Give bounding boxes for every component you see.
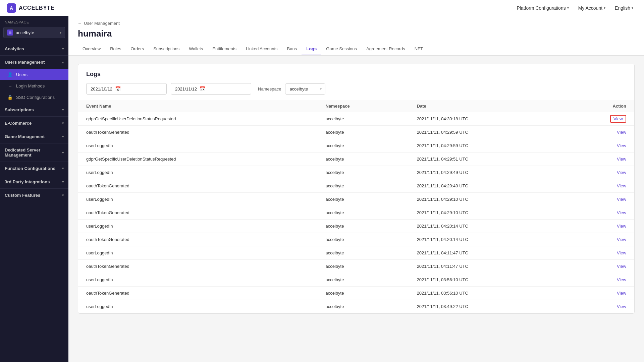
view-button[interactable]: View: [617, 183, 626, 188]
namespace-selector[interactable]: ⊞ accelbyte ▾: [3, 27, 65, 38]
table-row: oauthTokenGeneratedaccelbyte2021/11/11, …: [78, 233, 634, 246]
platform-configurations-menu[interactable]: Platform Configurations ▾: [513, 3, 573, 13]
sidebar-section-users-header[interactable]: Users Management ▴: [0, 56, 68, 69]
tab-entitlements[interactable]: Entitlements: [208, 43, 241, 55]
custom-features-header[interactable]: Custom Features ▾: [0, 189, 68, 202]
cell-action: View: [561, 166, 634, 179]
tabs: Overview Roles Orders Subscriptions Wall…: [78, 43, 635, 55]
calendar-from-icon: 📅: [115, 86, 121, 92]
view-button[interactable]: View: [617, 143, 626, 148]
my-account-menu[interactable]: My Account ▾: [574, 3, 609, 13]
cell-event-name: userLoggedIn: [78, 220, 318, 233]
tab-orders[interactable]: Orders: [126, 43, 149, 55]
dedicated-server-chevron-icon: ▾: [62, 151, 64, 155]
tab-wallets[interactable]: Wallets: [184, 43, 208, 55]
tab-bans[interactable]: Bans: [282, 43, 302, 55]
view-button[interactable]: View: [610, 115, 626, 123]
sidebar-section-analytics-header[interactable]: Analytics ▾: [0, 42, 68, 55]
function-configurations-label: Function Configurations: [5, 166, 55, 171]
cell-namespace: accelbyte: [318, 112, 409, 126]
cell-action: View: [561, 233, 634, 246]
view-button[interactable]: View: [617, 224, 626, 229]
cell-action: View: [561, 260, 634, 273]
date-to-input[interactable]: 2021/11/12 📅: [171, 83, 251, 95]
cell-event-name: userLoggedIn: [78, 273, 318, 287]
view-button[interactable]: View: [617, 170, 626, 175]
cell-event-name: oauthTokenGenerated: [78, 206, 318, 220]
cell-event-name: oauthTokenGenerated: [78, 287, 318, 300]
brand-name: ACCELBYTE: [19, 5, 55, 11]
namespace-filter-dropdown[interactable]: accelbyte ▾: [285, 83, 325, 95]
view-button[interactable]: View: [617, 130, 626, 135]
ecommerce-header[interactable]: E-Commerce ▾: [0, 117, 68, 130]
3rd-party-header[interactable]: 3rd Party Integrations ▾: [0, 175, 68, 188]
cell-date: 2021/11/11, 03:56:10 UTC: [409, 287, 561, 300]
top-nav: A ACCELBYTE Platform Configurations ▾ My…: [0, 0, 644, 16]
tab-linked-accounts[interactable]: Linked Accounts: [241, 43, 282, 55]
users-management-chevron-icon: ▴: [62, 60, 64, 64]
subscriptions-label: Subscriptions: [5, 107, 34, 112]
3rd-party-chevron-icon: ▾: [62, 180, 64, 184]
cell-date: 2021/11/11, 03:56:10 UTC: [409, 273, 561, 287]
date-from-input[interactable]: 2021/10/12 📅: [86, 83, 167, 95]
table-row: gdprGetSpecificUserDeletionStatusRequest…: [78, 112, 634, 126]
brand-logo-icon: A: [7, 3, 16, 13]
tab-logs[interactable]: Logs: [302, 43, 321, 55]
calendar-to-icon: 📅: [200, 86, 205, 92]
tab-game-sessions[interactable]: Game Sessions: [321, 43, 362, 55]
cell-action: View: [561, 153, 634, 166]
dedicated-server-header[interactable]: Dedicated Server Management ▾: [0, 143, 68, 162]
cell-action: View: [561, 206, 634, 220]
view-button[interactable]: View: [617, 291, 626, 296]
cell-date: 2021/11/11, 04:29:59 UTC: [409, 126, 561, 139]
game-management-chevron-icon: ▾: [62, 135, 64, 138]
3rd-party-label: 3rd Party Integrations: [5, 179, 50, 184]
cell-date: 2021/11/11, 04:29:49 UTC: [409, 166, 561, 179]
subscriptions-header[interactable]: Subscriptions ▾: [0, 103, 68, 116]
page-title: humaira: [78, 28, 635, 39]
sidebar-item-login-methods[interactable]: → Login Methods: [0, 80, 68, 92]
function-configurations-header[interactable]: Function Configurations ▾: [0, 162, 68, 175]
cell-namespace: accelbyte: [318, 126, 409, 139]
cell-event-name: userLoggedIn: [78, 166, 318, 179]
game-management-header[interactable]: Game Management ▾: [0, 130, 68, 143]
sso-label: SSO Configurations: [16, 95, 55, 100]
namespace-filter-value: accelbyte: [289, 86, 308, 92]
tab-subscriptions[interactable]: Subscriptions: [149, 43, 184, 55]
view-button[interactable]: View: [617, 157, 626, 162]
view-button[interactable]: View: [617, 197, 626, 202]
view-button[interactable]: View: [617, 210, 626, 215]
tab-roles[interactable]: Roles: [105, 43, 126, 55]
language-chevron-icon: ▾: [632, 6, 633, 10]
sidebar-section-game-management: Game Management ▾: [0, 130, 68, 143]
tab-overview[interactable]: Overview: [78, 43, 105, 55]
cell-date: 2021/11/11, 04:20:14 UTC: [409, 233, 561, 246]
view-button[interactable]: View: [617, 304, 626, 309]
view-button[interactable]: View: [617, 277, 626, 282]
tab-agreement-records[interactable]: Agreement Records: [362, 43, 410, 55]
content-area: Logs 2021/10/12 📅 2021/11/12 📅 Namespace…: [68, 56, 644, 362]
view-button[interactable]: View: [617, 237, 626, 242]
logs-section-title: Logs: [78, 64, 634, 83]
table-row: userLoggedInaccelbyte2021/11/11, 04:11:4…: [78, 246, 634, 260]
my-account-chevron-icon: ▾: [604, 6, 605, 10]
sidebar-item-sso-configurations[interactable]: 🔒 SSO Configurations: [0, 92, 68, 103]
table-body: gdprGetSpecificUserDeletionStatusRequest…: [78, 112, 634, 313]
table-row: oauthTokenGeneratedaccelbyte2021/11/11, …: [78, 206, 634, 220]
custom-features-label: Custom Features: [5, 193, 40, 198]
table-row: gdprGetSpecificUserDeletionStatusRequest…: [78, 153, 634, 166]
cell-namespace: accelbyte: [318, 300, 409, 313]
sidebar-section-function-configurations: Function Configurations ▾: [0, 162, 68, 175]
users-item-label: Users: [16, 72, 28, 77]
table-row: oauthTokenGeneratedaccelbyte2021/11/11, …: [78, 126, 634, 139]
page-header: ← User Management humaira Overview Roles…: [68, 16, 644, 56]
view-button[interactable]: View: [617, 250, 626, 255]
view-button[interactable]: View: [617, 264, 626, 269]
table-row: oauthTokenGeneratedaccelbyte2021/11/11, …: [78, 260, 634, 273]
cell-namespace: accelbyte: [318, 153, 409, 166]
sidebar: NAMESPACE ⊞ accelbyte ▾ Analytics ▾ User…: [0, 16, 68, 362]
breadcrumb-parent[interactable]: User Management: [84, 21, 120, 26]
sidebar-item-users[interactable]: 👤 Users: [0, 69, 68, 80]
language-menu[interactable]: English ▾: [611, 3, 637, 13]
tab-nft[interactable]: NFT: [410, 43, 428, 55]
